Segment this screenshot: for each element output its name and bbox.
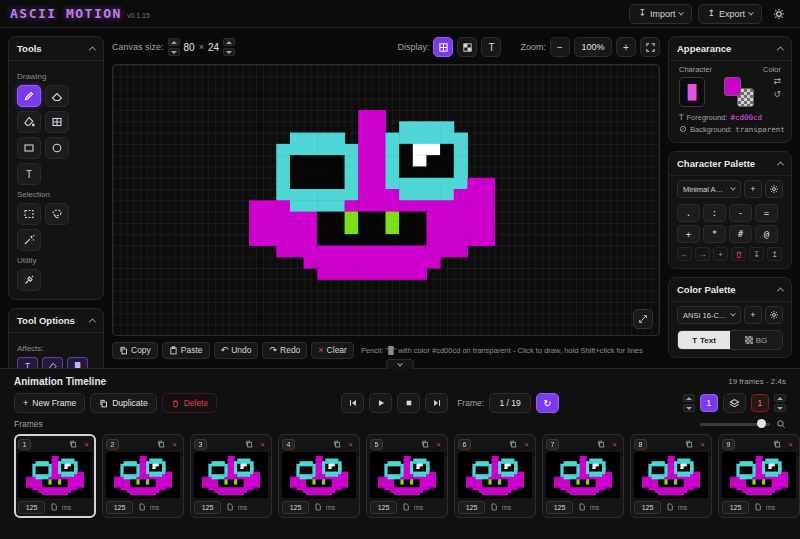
tool-options-header[interactable]: Tool Options — [9, 309, 103, 333]
appearance-header[interactable]: Appearance — [669, 37, 791, 61]
apply-duration-icon[interactable] — [752, 502, 763, 513]
bg-color-tab[interactable]: BG — [730, 331, 782, 349]
height-increase-button[interactable] — [223, 38, 235, 46]
color-preset-select[interactable]: ANSI 16-Col... — [677, 306, 741, 324]
transparency-toggle-button[interactable] — [457, 37, 477, 57]
apply-duration-icon[interactable] — [488, 502, 499, 513]
frame-card[interactable]: 9× 125ms — [718, 434, 800, 518]
character-button[interactable]: = — [755, 204, 778, 222]
delete-frame-icon[interactable]: × — [81, 439, 92, 450]
frame-thumbnail[interactable] — [370, 452, 444, 498]
duplicate-frame-button[interactable]: Duplicate — [90, 393, 156, 413]
new-frame-button[interactable]: +New Frame — [14, 393, 85, 413]
stop-button[interactable] — [397, 393, 420, 413]
frame-card[interactable]: 8× 125ms — [630, 434, 712, 518]
paste-button[interactable]: Paste — [162, 342, 210, 359]
reset-colors-button[interactable]: ↺ — [773, 90, 781, 99]
frame-thumbnail[interactable] — [106, 452, 180, 498]
duplicate-frame-icon[interactable] — [683, 439, 694, 450]
zoom-in-button[interactable]: + — [616, 37, 636, 57]
frame-duration-input[interactable]: 125 — [106, 501, 133, 514]
redo-button[interactable]: ↷Redo — [262, 342, 307, 359]
frame-duration-input[interactable]: 125 — [370, 501, 397, 514]
apply-duration-icon[interactable] — [224, 502, 235, 513]
text-display-toggle-button[interactable]: T — [481, 37, 501, 57]
first-frame-button[interactable] — [341, 393, 364, 413]
text-color-tab[interactable]: TText — [678, 331, 730, 349]
frame-card[interactable]: 7× 125ms — [542, 434, 624, 518]
apply-duration-icon[interactable] — [664, 502, 675, 513]
magic-wand-tool-button[interactable] — [17, 229, 41, 251]
duplicate-frame-icon[interactable] — [771, 439, 782, 450]
apply-duration-icon[interactable] — [576, 502, 587, 513]
pencil-tool-button[interactable] — [17, 85, 41, 107]
delete-frame-icon[interactable]: × — [697, 439, 708, 450]
frame-thumbnail[interactable] — [546, 452, 620, 498]
rectangle-tool-button[interactable] — [17, 137, 41, 159]
character-button[interactable]: # — [729, 225, 752, 243]
frame-thumbnail[interactable] — [282, 452, 356, 498]
undo-button[interactable]: ↶Undo — [214, 342, 259, 359]
export-button[interactable]: ↥ Export — [698, 4, 762, 24]
grid-toggle-button[interactable] — [433, 37, 453, 57]
frame-duration-input[interactable]: 125 — [194, 501, 221, 514]
drawing-canvas[interactable] — [112, 64, 660, 336]
eraser-tool-button[interactable] — [45, 85, 69, 107]
ellipse-tool-button[interactable] — [45, 137, 69, 159]
duplicate-frame-icon[interactable] — [331, 439, 342, 450]
width-decrease-button[interactable] — [168, 48, 180, 56]
timeline-collapse-tab[interactable] — [386, 359, 414, 369]
delete-frame-icon[interactable]: × — [609, 439, 620, 450]
color-palette-header[interactable]: Color Palette — [669, 278, 791, 302]
foreground-swatch[interactable] — [724, 77, 741, 96]
frame-thumbnail[interactable] — [634, 452, 708, 498]
character-button[interactable]: . — [677, 204, 700, 222]
character-button[interactable]: + — [677, 225, 700, 243]
onion-prev-increase-button[interactable] — [683, 394, 695, 402]
apply-duration-icon[interactable] — [400, 502, 411, 513]
character-preset-select[interactable]: Minimal ASC... — [677, 180, 741, 198]
frame-thumbnail[interactable] — [18, 452, 92, 498]
play-button[interactable] — [369, 393, 392, 413]
canvas-height-value[interactable]: 24 — [208, 42, 219, 53]
frame-card[interactable]: 6× 125ms — [454, 434, 536, 518]
frame-duration-input[interactable]: 125 — [282, 501, 309, 514]
clear-button[interactable]: ×Clear — [311, 342, 354, 359]
add-character-button[interactable]: + — [744, 180, 762, 198]
delete-frame-icon[interactable]: × — [345, 439, 356, 450]
duplicate-frame-icon[interactable] — [595, 439, 606, 450]
thumbnail-size-slider[interactable] — [700, 423, 770, 426]
frame-card[interactable]: 3× 125ms — [190, 434, 272, 518]
add-palette-button[interactable]: + — [713, 247, 728, 261]
active-character-swatch[interactable]: █ — [679, 77, 705, 107]
onion-next-decrease-button[interactable] — [774, 404, 786, 412]
frame-duration-input[interactable]: 125 — [458, 501, 485, 514]
zoom-out-button[interactable]: − — [550, 37, 570, 57]
zoom-fit-button[interactable] — [640, 37, 660, 57]
onion-skin-button[interactable] — [723, 393, 746, 413]
delete-palette-button[interactable] — [731, 247, 746, 261]
frame-thumbnail[interactable] — [194, 452, 268, 498]
fill-tool-button[interactable] — [17, 111, 41, 133]
delete-frame-icon[interactable]: × — [785, 439, 796, 450]
color-settings-button[interactable] — [765, 306, 783, 324]
next-page-button[interactable]: → — [695, 247, 710, 261]
text-tool-button[interactable]: T — [17, 163, 41, 185]
slider-thumb[interactable] — [757, 419, 766, 428]
add-color-button[interactable]: + — [744, 306, 762, 324]
import-palette-button[interactable]: ↥ — [767, 247, 782, 261]
copy-button[interactable]: Copy — [112, 342, 158, 359]
loop-toggle-button[interactable]: ↻ — [536, 393, 559, 413]
export-palette-button[interactable]: ↧ — [749, 247, 764, 261]
duplicate-frame-icon[interactable] — [243, 439, 254, 450]
delete-frame-icon[interactable]: × — [169, 439, 180, 450]
delete-frame-button[interactable]: Delete — [162, 393, 218, 413]
onion-prev-decrease-button[interactable] — [683, 404, 695, 412]
frame-duration-input[interactable]: 125 — [546, 501, 573, 514]
select-rect-tool-button[interactable] — [17, 203, 41, 225]
character-button[interactable]: : — [703, 204, 726, 222]
width-increase-button[interactable] — [168, 38, 180, 46]
canvas-resize-handle[interactable] — [633, 309, 653, 329]
duplicate-frame-icon[interactable] — [507, 439, 518, 450]
character-button[interactable]: - — [729, 204, 752, 222]
